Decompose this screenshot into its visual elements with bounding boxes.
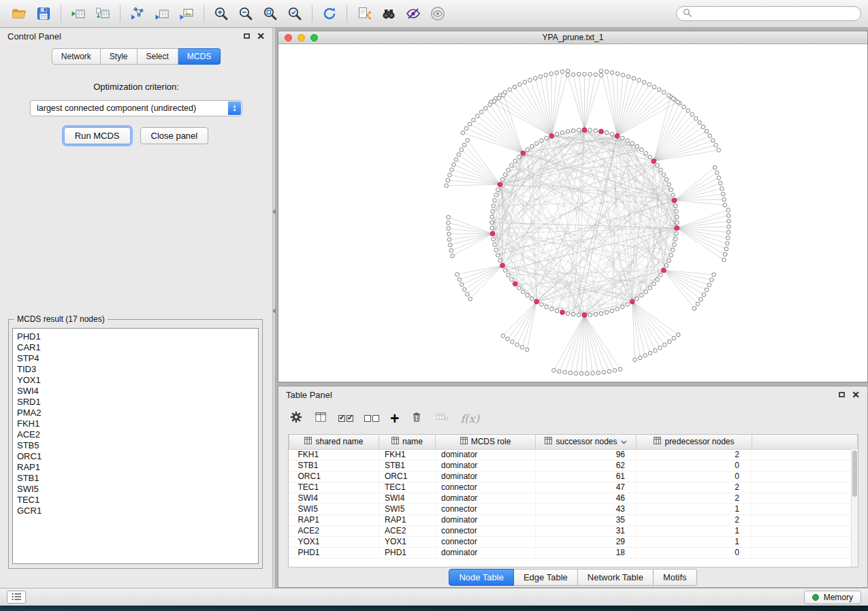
table-row[interactable]: STB1STB1dominator620 [289, 460, 858, 471]
cell-shared-name[interactable]: STB1 [289, 460, 379, 471]
column-header-name[interactable]: name [379, 435, 436, 449]
table-row[interactable]: FKH1FKH1dominator962 [289, 449, 858, 460]
column-header-predecessor-nodes[interactable]: predecessor nodes [637, 435, 752, 449]
mcds-result-item[interactable]: SWI4 [17, 386, 258, 397]
cell-predecessor-nodes[interactable]: 1 [637, 536, 752, 547]
delete-column-button[interactable] [410, 410, 423, 427]
mcds-result-item[interactable]: STB1 [17, 473, 258, 484]
search-input[interactable] [696, 9, 854, 18]
minimize-window-button[interactable] [298, 34, 305, 42]
tab-node-table[interactable]: Node Table [449, 569, 514, 586]
table-settings-button[interactable] [289, 410, 303, 427]
table-row[interactable]: ACE2ACE2connector311 [289, 525, 858, 536]
column-header-successor-nodes[interactable]: successor nodes [536, 435, 637, 449]
run-mcds-button[interactable]: Run MCDS [64, 127, 131, 144]
cell-name[interactable]: TEC1 [379, 482, 436, 493]
collapse-left-icon[interactable] [272, 308, 276, 314]
cell-predecessor-nodes[interactable]: 2 [637, 493, 752, 503]
mcds-result-item[interactable]: CAR1 [17, 342, 258, 353]
table-row[interactable]: ORC1ORC1dominator610 [289, 471, 858, 482]
cell-successor-nodes[interactable]: 47 [536, 482, 637, 493]
table-scrollbar[interactable] [851, 449, 858, 567]
mcds-result-item[interactable]: SRD1 [17, 397, 258, 408]
table-row[interactable]: SWI4SWI4dominator462 [289, 493, 858, 503]
cell-successor-nodes[interactable]: 62 [536, 460, 637, 471]
cell-mcds-role[interactable]: connector [436, 536, 536, 547]
panel-splitter[interactable] [272, 28, 276, 588]
cell-successor-nodes[interactable]: 96 [536, 449, 637, 460]
cell-predecessor-nodes[interactable]: 1 [637, 503, 752, 514]
cell-shared-name[interactable]: ORC1 [289, 471, 379, 482]
cell-shared-name[interactable]: YOX1 [289, 536, 379, 547]
cell-name[interactable]: PHD1 [379, 547, 436, 558]
zoom-selected-button[interactable] [283, 3, 307, 24]
table-row[interactable]: PHD1PHD1dominator180 [289, 547, 858, 558]
apply-layout-button[interactable] [317, 3, 342, 24]
task-history-button[interactable] [7, 591, 26, 604]
mcds-result-item[interactable]: RAP1 [17, 462, 258, 473]
network-search-box[interactable] [676, 6, 861, 21]
column-header-mcds-role[interactable]: MCDS role [436, 435, 536, 449]
mcds-result-item[interactable]: TEC1 [17, 495, 258, 506]
column-header-shared-name[interactable]: shared name [289, 435, 379, 449]
cell-shared-name[interactable]: SWI5 [289, 503, 379, 514]
cell-shared-name[interactable]: ACE2 [289, 525, 379, 536]
tab-network[interactable]: Network [52, 48, 101, 65]
mcds-result-item[interactable]: YOX1 [17, 375, 258, 386]
tab-select[interactable]: Select [138, 48, 178, 65]
tab-style[interactable]: Style [101, 48, 138, 65]
cell-shared-name[interactable]: TEC1 [289, 482, 379, 493]
cell-successor-nodes[interactable]: 43 [536, 503, 637, 514]
hide-details-button[interactable] [401, 3, 425, 24]
scrollbar-thumb[interactable] [852, 450, 857, 497]
cell-mcds-role[interactable]: connector [436, 525, 536, 536]
import-table-button[interactable] [66, 3, 91, 24]
export-image-button[interactable] [174, 3, 199, 24]
cell-name[interactable]: SWI5 [379, 503, 436, 514]
cell-mcds-role[interactable]: dominator [436, 449, 536, 460]
copy-network-button[interactable] [352, 3, 376, 24]
mcds-result-item[interactable]: SWI5 [17, 484, 258, 495]
cell-mcds-role[interactable]: dominator [436, 514, 536, 525]
table-row[interactable]: SWI5SWI5connector431 [289, 503, 858, 514]
show-graphics-button[interactable] [425, 3, 450, 24]
network-window-titlebar[interactable]: YPA_prune.txt_1 [278, 31, 867, 44]
collapse-left-icon[interactable] [272, 209, 276, 214]
import-network-button[interactable] [125, 3, 150, 24]
table-row[interactable]: RAP1RAP1dominator352 [289, 514, 858, 525]
mcds-result-item[interactable]: TID3 [17, 364, 258, 375]
mcds-result-item[interactable]: FKH1 [17, 418, 258, 429]
cell-name[interactable]: ORC1 [379, 471, 436, 482]
table-row[interactable]: YOX1YOX1connector291 [289, 536, 858, 547]
cell-predecessor-nodes[interactable]: 2 [637, 449, 752, 460]
criterion-select[interactable]: largest connected component (undirected)… [30, 100, 242, 116]
open-session-button[interactable] [7, 3, 31, 24]
cell-successor-nodes[interactable]: 61 [536, 471, 637, 482]
cell-predecessor-nodes[interactable]: 2 [637, 482, 752, 493]
float-table-panel-button[interactable] [839, 392, 845, 397]
cell-predecessor-nodes[interactable]: 2 [637, 514, 752, 525]
network-canvas[interactable] [278, 44, 867, 382]
zoom-out-button[interactable] [234, 3, 258, 24]
cell-shared-name[interactable]: SWI4 [289, 493, 379, 503]
cell-shared-name[interactable]: FKH1 [289, 449, 379, 460]
tab-edge-table[interactable]: Edge Table [514, 569, 578, 586]
cell-name[interactable]: STB1 [379, 460, 436, 471]
mcds-result-item[interactable]: STB5 [17, 440, 258, 451]
select-all-button[interactable] [338, 415, 353, 422]
cell-mcds-role[interactable]: dominator [436, 493, 536, 503]
close-panel-button[interactable]: ✕ [257, 33, 265, 39]
cell-successor-nodes[interactable]: 35 [536, 514, 637, 525]
mcds-result-item[interactable]: STP4 [17, 353, 258, 364]
mcds-result-item[interactable]: PMA2 [17, 408, 258, 418]
mcds-result-item[interactable]: ORC1 [17, 451, 258, 462]
cell-predecessor-nodes[interactable]: 0 [637, 471, 752, 482]
cell-successor-nodes[interactable]: 31 [536, 525, 637, 536]
close-window-button[interactable] [285, 34, 292, 42]
deselect-all-button[interactable] [364, 415, 379, 422]
mcds-result-item[interactable]: GCR1 [17, 506, 258, 516]
cell-predecessor-nodes[interactable]: 1 [637, 525, 752, 536]
cell-name[interactable]: RAP1 [379, 514, 436, 525]
memory-button[interactable]: Memory [804, 591, 861, 604]
mcds-result-item[interactable]: ACE2 [17, 429, 258, 440]
